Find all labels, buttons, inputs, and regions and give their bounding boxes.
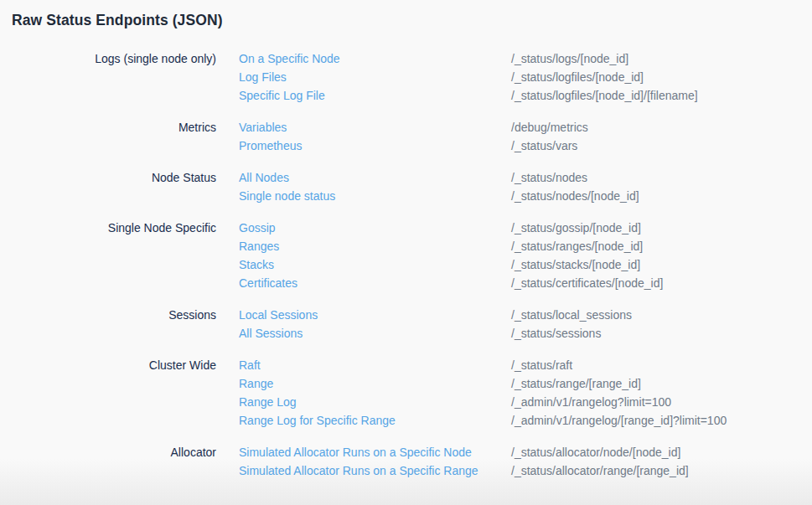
endpoint-group: Node StatusAll NodesSingle node status/_…: [0, 168, 812, 205]
endpoint-link[interactable]: Range Log: [239, 393, 297, 411]
endpoint-path: /_status/gossip/[node_id]: [511, 219, 812, 237]
links-column: All NodesSingle node status: [216, 168, 511, 205]
endpoint-path: /_status/ranges/[node_id]: [511, 237, 812, 255]
endpoint-path: /_status/stacks/[node_id]: [511, 255, 812, 274]
endpoints-column: /_status/allocator/node/[node_id]/_statu…: [511, 443, 812, 480]
endpoints-column: /debug/metrics/_status/vars: [511, 118, 812, 155]
links-column: RaftRangeRange LogRange Log for Specific…: [216, 356, 511, 430]
category-label: Allocator: [0, 443, 216, 461]
endpoint-link[interactable]: Prometheus: [239, 137, 302, 155]
endpoint-link[interactable]: On a Specific Node: [239, 49, 340, 68]
endpoint-link[interactable]: Ranges: [239, 237, 279, 255]
endpoint-path: /_status/logs/[node_id]: [511, 49, 812, 68]
endpoint-path: /_status/allocator/range/[range_id]: [511, 461, 812, 480]
endpoint-link[interactable]: Range: [239, 374, 273, 393]
endpoint-link[interactable]: Simulated Allocator Runs on a Specific R…: [239, 461, 478, 480]
category-label: Cluster Wide: [0, 356, 216, 374]
endpoint-link[interactable]: Simulated Allocator Runs on a Specific N…: [239, 443, 472, 461]
endpoint-link[interactable]: Gossip: [239, 219, 276, 237]
endpoints-column: /_status/logs/[node_id]/_status/logfiles…: [511, 49, 812, 105]
endpoint-path: /_status/logfiles/[node_id]/[filename]: [511, 86, 812, 105]
endpoint-link[interactable]: Specific Log File: [239, 86, 325, 105]
endpoint-link[interactable]: Stacks: [239, 255, 274, 274]
links-column: On a Specific NodeLog FilesSpecific Log …: [216, 49, 511, 105]
links-column: VariablesPrometheus: [216, 118, 511, 155]
endpoint-group: AllocatorSimulated Allocator Runs on a S…: [0, 443, 812, 480]
links-column: Local SessionsAll Sessions: [216, 306, 511, 343]
endpoint-link[interactable]: Variables: [239, 118, 287, 137]
endpoint-link[interactable]: Local Sessions: [239, 306, 318, 324]
endpoint-path: /_status/allocator/node/[node_id]: [511, 443, 812, 461]
endpoints-table: Logs (single node only)On a Specific Nod…: [0, 49, 812, 480]
raw-status-endpoints-page: Raw Status Endpoints (JSON) Logs (single…: [0, 0, 812, 480]
endpoint-link[interactable]: Certificates: [239, 274, 297, 292]
endpoint-path: /_status/vars: [511, 137, 812, 155]
endpoints-column: /_status/gossip/[node_id]/_status/ranges…: [511, 219, 812, 292]
endpoint-link[interactable]: Range Log for Specific Range: [239, 411, 396, 430]
endpoint-link[interactable]: All Nodes: [239, 168, 289, 187]
endpoint-path: /_status/sessions: [511, 324, 812, 343]
endpoint-path: /_status/local_sessions: [511, 306, 812, 324]
category-label: Node Status: [0, 168, 216, 187]
endpoint-group: Single Node SpecificGossipRangesStacksCe…: [0, 219, 812, 292]
endpoint-link[interactable]: All Sessions: [239, 324, 303, 343]
endpoint-path: /debug/metrics: [511, 118, 812, 137]
endpoint-path: /_status/nodes: [511, 168, 812, 187]
endpoint-path: /_status/certificates/[node_id]: [511, 274, 812, 292]
links-column: GossipRangesStacksCertificates: [216, 219, 511, 292]
category-label: Sessions: [0, 306, 216, 324]
category-label: Single Node Specific: [0, 219, 216, 237]
endpoints-column: /_status/nodes/_status/nodes/[node_id]: [511, 168, 812, 205]
endpoint-group: Logs (single node only)On a Specific Nod…: [0, 49, 812, 105]
endpoints-column: /_status/raft/_status/range/[range_id]/_…: [511, 356, 812, 430]
endpoint-path: /_admin/v1/rangelog/[range_id]?limit=100: [511, 411, 812, 430]
endpoint-path: /_status/raft: [511, 356, 812, 374]
endpoints-column: /_status/local_sessions/_status/sessions: [511, 306, 812, 343]
endpoint-group: SessionsLocal SessionsAll Sessions/_stat…: [0, 306, 812, 343]
links-column: Simulated Allocator Runs on a Specific N…: [216, 443, 511, 480]
endpoint-group: MetricsVariablesPrometheus/debug/metrics…: [0, 118, 812, 155]
page-title: Raw Status Endpoints (JSON): [0, 0, 812, 30]
category-label: Logs (single node only): [0, 49, 216, 68]
endpoint-link[interactable]: Log Files: [239, 68, 287, 86]
endpoint-path: /_admin/v1/rangelog?limit=100: [511, 393, 812, 411]
endpoint-link[interactable]: Raft: [239, 356, 261, 374]
endpoint-path: /_status/logfiles/[node_id]: [511, 68, 812, 86]
endpoint-path: /_status/range/[range_id]: [511, 374, 812, 393]
endpoint-link[interactable]: Single node status: [239, 187, 335, 205]
category-label: Metrics: [0, 118, 216, 137]
endpoint-group: Cluster WideRaftRangeRange LogRange Log …: [0, 356, 812, 430]
endpoint-path: /_status/nodes/[node_id]: [511, 187, 812, 205]
